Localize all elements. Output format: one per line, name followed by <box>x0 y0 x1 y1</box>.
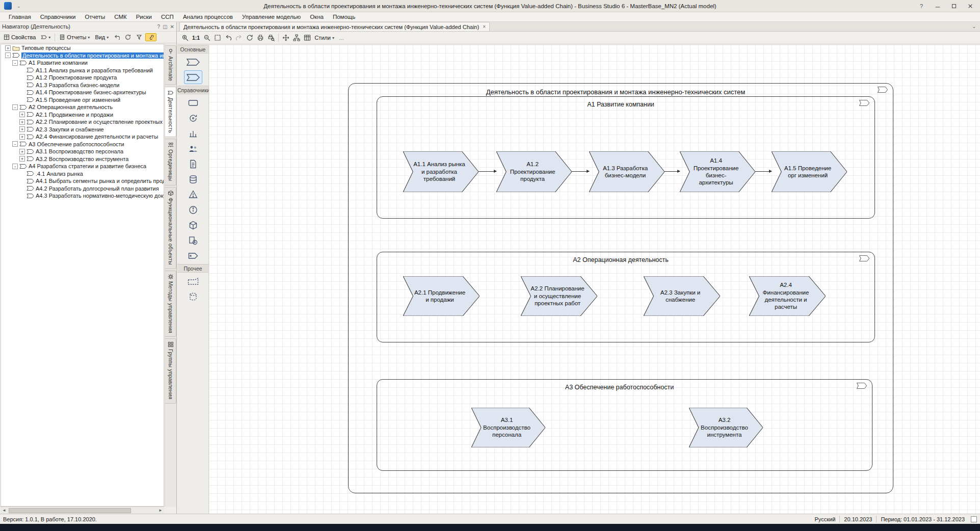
tree-expander[interactable] <box>19 90 25 95</box>
minimize-button[interactable] <box>930 1 945 11</box>
tree-expander[interactable]: + <box>19 126 25 132</box>
hierarchy-button[interactable] <box>292 33 302 43</box>
dock-tab-orgedinicy[interactable]: Оргединицы <box>165 139 176 185</box>
tree-item[interactable]: +A3.2 Воспроизводство инструмента <box>1 155 164 163</box>
database-tool[interactable] <box>184 172 202 186</box>
pan-move-button[interactable] <box>281 33 291 43</box>
tree-item[interactable]: A4.2 Разработать долгосрочный план разви… <box>1 185 164 193</box>
tree-expander[interactable]: + <box>19 149 25 154</box>
menu-okna[interactable]: Окна <box>305 12 328 21</box>
zoom-100-button[interactable]: 1:1 <box>191 33 201 43</box>
tree-expander[interactable] <box>19 193 25 199</box>
tree-expander[interactable] <box>19 178 25 184</box>
tree-expander[interactable] <box>19 67 25 73</box>
quick-access-chevron-icon[interactable]: ⌄ <box>14 4 24 9</box>
menu-analiz-processov[interactable]: Анализ процессов <box>178 12 237 21</box>
shape-a1-2[interactable]: A1.2 Проектирование продукта <box>496 151 572 192</box>
tree-item[interactable]: A4.3 Разработать нормативно-методическую… <box>1 192 164 200</box>
tree-item[interactable]: +A2.1 Продвижение и продажи <box>1 111 164 119</box>
help-button[interactable]: ? <box>914 1 929 11</box>
dashed-frame-tool[interactable] <box>184 274 202 288</box>
tree-item[interactable]: A1.4 Проектирование бизнес-архитектуры <box>1 89 164 96</box>
tree-item[interactable]: +A2.4 Финансирование деятельности и расч… <box>1 133 164 141</box>
tree-item[interactable]: A1.1 Анализ рынка и разработка требовани… <box>1 67 164 74</box>
menu-glavnaya[interactable]: Главная <box>4 12 36 21</box>
label-tool[interactable] <box>184 249 202 262</box>
document-tab[interactable]: Деятельность в области проектирования и … <box>179 22 490 31</box>
filter-button[interactable] <box>134 34 144 41</box>
tree-expander[interactable] <box>19 185 25 191</box>
print-button[interactable] <box>255 33 266 43</box>
redo-button[interactable] <box>234 33 244 43</box>
menu-otchety[interactable]: Отчеты <box>80 12 110 21</box>
undo-button[interactable] <box>223 33 233 43</box>
maximize-button[interactable] <box>946 1 962 11</box>
goal-tool[interactable] <box>184 111 202 125</box>
back-button[interactable] <box>112 34 122 41</box>
tree-expander[interactable] <box>19 171 25 176</box>
fit-to-window-button[interactable] <box>213 33 223 43</box>
status-period[interactable]: Период: 01.01.2023 - 31.12.2023 <box>881 516 965 522</box>
refresh-button[interactable] <box>123 34 133 41</box>
tree-expander[interactable] <box>19 82 25 88</box>
styles-button[interactable]: Стили▾ <box>313 33 336 43</box>
shape-a2-1[interactable]: A2.1 Продвижение и продажи <box>403 276 480 316</box>
dock-tab-gruppy-upravleniya[interactable]: Группы управления <box>165 338 176 404</box>
shape-a1-4[interactable]: A1.4 Проектирование бизнес-архитектуры <box>680 151 755 192</box>
shape-a3-1[interactable]: A3.1 Воспроизводство персонала <box>471 408 545 447</box>
tree-expander[interactable]: + <box>5 45 11 51</box>
status-checkbox-icon[interactable] <box>971 516 977 522</box>
risk-tool[interactable] <box>184 188 202 201</box>
tree-item[interactable]: +A2.3 Закупки и снабжение <box>1 126 164 134</box>
shape-a3-2[interactable]: A3.2 Воспроизводство инструмента <box>689 408 763 447</box>
tree-item[interactable]: +A3.1 Воспроизводство персонала <box>1 148 164 155</box>
tree-item[interactable]: A1.3 Разработка бизнес-модели <box>1 82 164 89</box>
shape-a1-3[interactable]: A1.3 Разработка бизнес-модели <box>589 151 665 192</box>
tree-expander[interactable]: + <box>19 119 25 125</box>
dashed-object-tool[interactable] <box>184 289 202 303</box>
group-a1[interactable]: A1 Развитие компании A1.1 Анализ рынка и… <box>377 96 875 219</box>
vac-shape-tool-selected[interactable] <box>184 70 202 84</box>
product-tool[interactable] <box>184 218 202 232</box>
tree-item[interactable]: -A2 Операционная деятельность <box>1 103 164 111</box>
link-sync-button[interactable] <box>145 33 156 41</box>
chart-tool[interactable] <box>184 126 202 140</box>
tree-item[interactable]: -A4 Разработка стратегии и развитие бизн… <box>1 163 164 170</box>
view-button[interactable]: Вид▾ <box>93 34 111 41</box>
tree-item[interactable]: A1.5 Проведение орг изменений <box>1 96 164 104</box>
menu-smk[interactable]: СМК <box>110 12 131 21</box>
tree-item[interactable]: -A1 Развитие компании <box>1 59 164 67</box>
info-tool[interactable] <box>184 203 202 217</box>
menu-riski[interactable]: Риски <box>131 12 156 21</box>
panel-pin-icon[interactable]: ◫ <box>163 24 167 30</box>
tree-item[interactable]: +A2.2 Планирование и осуществление проек… <box>1 118 164 126</box>
menu-spravochniki[interactable]: Справочники <box>36 12 81 21</box>
tree-expander[interactable] <box>19 75 25 81</box>
status-language[interactable]: Русский <box>815 516 836 522</box>
diagram-frame[interactable]: Деятельность в области проектирования и … <box>348 83 893 493</box>
group-a2[interactable]: A2 Операционная деятельность A2.1 Продви… <box>377 252 875 342</box>
menu-upravlenie-modelyu[interactable]: Управление моделью <box>237 12 305 21</box>
document-tool[interactable] <box>184 157 202 171</box>
tabs-overflow-chevron-icon[interactable]: ⌄ <box>972 24 976 29</box>
grid-view-button[interactable] <box>302 33 312 43</box>
dock-tab-deyatelnost[interactable]: Деятельность <box>165 87 176 137</box>
group-a3[interactable]: A3 Обеспечение работоспособности A3.1 Во… <box>377 379 872 471</box>
tree-item[interactable]: A4.1 Выбрать сегменты рынка и определить… <box>1 177 164 185</box>
scroll-right-icon[interactable]: ► <box>157 508 164 513</box>
tree-expander[interactable]: - <box>12 141 18 147</box>
tree-expander[interactable]: + <box>19 112 25 117</box>
shape-a1-5[interactable]: A1.5 Проведение орг изменений <box>772 151 847 192</box>
tree-expander[interactable]: + <box>19 134 25 140</box>
reports-button[interactable]: Отчеты▾ <box>57 34 92 41</box>
tree-expander[interactable] <box>19 97 25 102</box>
tree-item[interactable]: -A3 Обеспечение работоспособности <box>1 141 164 148</box>
print-preview-button[interactable] <box>266 33 276 43</box>
scrollbar-thumb[interactable] <box>9 508 131 513</box>
tree-expander[interactable]: + <box>19 156 25 162</box>
panel-help-icon[interactable]: ? <box>157 24 161 30</box>
tree-item[interactable]: A1.2 Проектирование продукта <box>1 74 164 82</box>
close-button[interactable] <box>963 1 978 11</box>
diagram-canvas[interactable]: Деятельность в области проектирования и … <box>209 45 980 514</box>
tree-expander[interactable]: - <box>12 60 18 66</box>
